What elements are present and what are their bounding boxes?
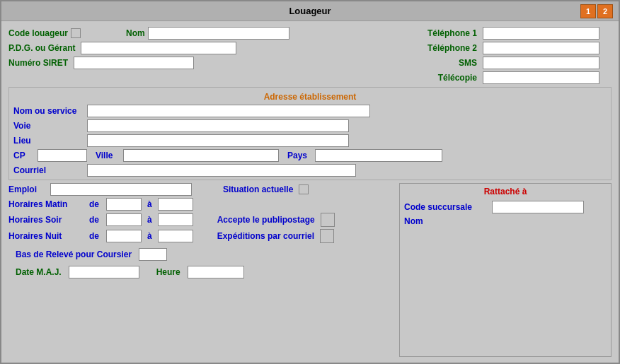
ville-input[interactable]: [123, 149, 279, 162]
pays-input[interactable]: [315, 149, 442, 162]
nuit-de-input[interactable]: [106, 230, 142, 242]
expeditions-checkbox[interactable]: [320, 229, 334, 243]
siret-label: Numéro SIRET: [8, 58, 68, 68]
ville-label: Ville: [96, 151, 120, 160]
voie-label: Voie: [13, 121, 84, 131]
horaires-matin-row: Horaires Matin de à: [8, 198, 395, 211]
emploi-label: Emploi: [8, 184, 47, 194]
cp-row: CP Ville Pays: [13, 149, 607, 162]
tel1-input[interactable]: [483, 27, 599, 40]
nom-service-label: Nom ou service: [13, 106, 84, 116]
tel2-row: Téléphone 2: [385, 42, 612, 54]
horaires-nuit-label: Horaires Nuit: [8, 231, 86, 241]
courriel-label: Courriel: [13, 165, 84, 175]
situation-checkbox[interactable]: [299, 184, 309, 194]
emploi-row: Emploi Situation actuelle: [8, 183, 395, 196]
sms-input[interactable]: [483, 57, 599, 69]
lieu-input[interactable]: [87, 134, 349, 147]
bottom-area: Emploi Situation actuelle Horaires Matin…: [8, 183, 612, 357]
voie-input[interactable]: [87, 119, 349, 132]
address-section: Adresse établissement Nom ou service Voi…: [8, 87, 612, 180]
telecopie-row: Télécopie: [385, 71, 612, 84]
main-window: Louageur 1 2 Code louageur Nom P.D.G. ou…: [0, 0, 620, 364]
matin-a-input[interactable]: [158, 198, 193, 211]
date-maj-label: Date M.A.J.: [16, 267, 62, 277]
telecopie-label: Télécopie: [385, 73, 477, 83]
rattache-nom-label: Nom: [404, 216, 432, 226]
a-soir-label: à: [147, 215, 152, 225]
pdg-row: P.D.G. ou Gérant: [8, 42, 379, 54]
expeditions-label: Expéditions par courriel: [217, 231, 314, 241]
pdg-label: P.D.G. ou Gérant: [8, 43, 75, 53]
cp-label: CP: [13, 151, 35, 160]
rattache-title: Rattaché à: [404, 187, 607, 196]
de-matin-label: de: [89, 199, 103, 209]
form-content: Code louageur Nom P.D.G. ou Gérant Numér…: [1, 21, 619, 363]
tel1-row: Téléphone 1: [385, 27, 612, 40]
accepte-checkbox[interactable]: [321, 213, 335, 227]
accepte-label: Accepte le publipostage: [217, 215, 315, 225]
tel1-label: Téléphone 1: [385, 28, 477, 38]
siret-row: Numéro SIRET: [8, 57, 379, 69]
address-section-header: Adresse établissement: [13, 90, 607, 103]
horaires-matin-label: Horaires Matin: [8, 199, 86, 209]
pdg-input[interactable]: [81, 42, 236, 54]
rattache-section: Rattaché à Code succursale Nom: [399, 183, 612, 357]
tel2-label: Téléphone 2: [385, 43, 477, 53]
siret-input[interactable]: [74, 57, 194, 69]
nom-input[interactable]: [148, 27, 289, 40]
nom-service-input[interactable]: [87, 105, 370, 117]
courriel-row: Courriel: [13, 164, 607, 177]
code-louageur-checkbox[interactable]: [71, 28, 81, 38]
btn1[interactable]: 1: [580, 4, 596, 18]
nuit-a-input[interactable]: [158, 230, 193, 242]
employment-section: Emploi Situation actuelle Horaires Matin…: [8, 183, 395, 357]
courriel-input[interactable]: [87, 164, 356, 177]
telecopie-input[interactable]: [483, 71, 599, 84]
nom-label: Nom: [126, 28, 145, 38]
matin-de-input[interactable]: [106, 198, 142, 211]
cp-input[interactable]: [38, 149, 87, 162]
code-succursale-label: Code succursale: [404, 202, 489, 212]
title-bar: Louageur 1 2: [1, 1, 619, 21]
situation-label: Situation actuelle: [223, 184, 293, 194]
date-maj-input[interactable]: [69, 266, 139, 278]
bas-releve-input[interactable]: [139, 248, 167, 261]
lieu-row: Lieu: [13, 134, 607, 147]
de-nuit-label: de: [89, 231, 103, 241]
address-title: Adresse établissement: [264, 92, 357, 102]
rattache-nom-row: Nom: [404, 216, 607, 226]
sms-row: SMS: [385, 57, 612, 69]
code-louageur-row: Code louageur Nom: [8, 27, 379, 40]
heure-label: Heure: [156, 267, 180, 277]
nom-service-row: Nom ou service: [13, 105, 607, 117]
a-matin-label: à: [147, 199, 152, 209]
horaires-nuit-row: Horaires Nuit de à Expéditions par courr…: [8, 229, 395, 243]
code-louageur-label: Code louageur: [8, 28, 68, 38]
heure-input[interactable]: [188, 266, 244, 278]
pays-label: Pays: [287, 151, 312, 160]
soir-de-input[interactable]: [106, 213, 142, 226]
tel2-input[interactable]: [483, 42, 599, 54]
sms-label: SMS: [385, 58, 477, 68]
horaires-soir-label: Horaires Soir: [8, 215, 86, 225]
date-maj-row: Date M.A.J. Heure: [8, 266, 395, 278]
bas-releve-label: Bas de Relevé pour Coursier: [16, 249, 132, 259]
btn2[interactable]: 2: [597, 4, 613, 18]
emploi-input[interactable]: [50, 183, 192, 196]
soir-a-input[interactable]: [158, 213, 193, 226]
code-succursale-input[interactable]: [492, 201, 584, 213]
code-succursale-row: Code succursale: [404, 201, 607, 213]
a-nuit-label: à: [147, 231, 152, 241]
de-soir-label: de: [89, 215, 103, 225]
voie-row: Voie: [13, 119, 607, 132]
bas-releve-row: Bas de Relevé pour Coursier: [8, 248, 395, 261]
horaires-soir-row: Horaires Soir de à Accepte le publiposta…: [8, 213, 395, 227]
lieu-label: Lieu: [13, 136, 84, 146]
window-title: Louageur: [289, 6, 331, 16]
title-buttons: 1 2: [580, 4, 613, 18]
